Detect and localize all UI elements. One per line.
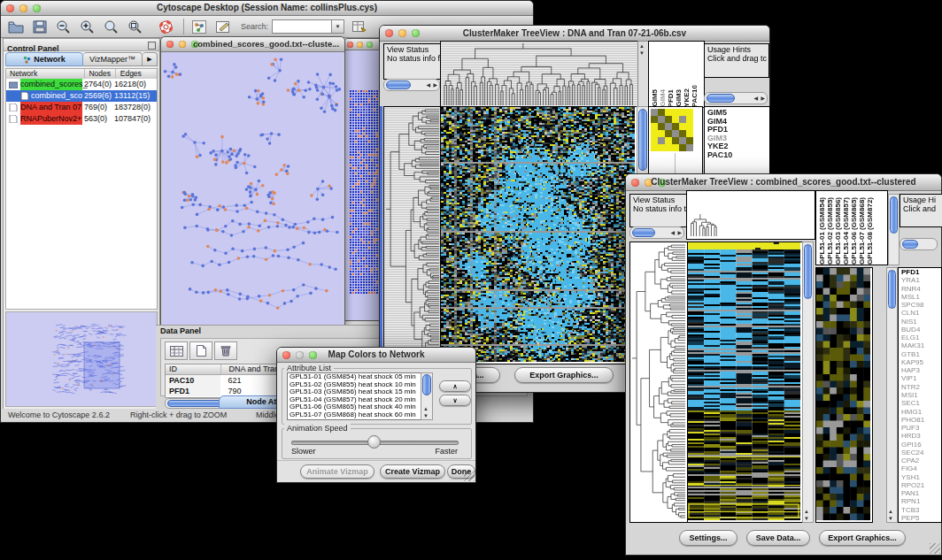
network-view-canvas-area[interactable]	[162, 52, 344, 325]
zoom-fit-icon[interactable]	[127, 19, 144, 35]
gene-label: TCB3	[901, 506, 941, 514]
tv2-heatmap[interactable]	[687, 242, 803, 523]
tv2-status-hscrollbar[interactable]: ◀▶	[629, 226, 684, 239]
tab-vizmapper[interactable]: VizMapper™	[83, 52, 143, 66]
tab-overflow-arrow[interactable]: ▶	[143, 52, 158, 66]
minimize-icon[interactable]	[357, 42, 363, 48]
tv2-heatmap-vscrollbar[interactable]: ▲▼	[802, 242, 814, 523]
gene-label: NIS1	[901, 318, 941, 326]
tv1-heatmap[interactable]	[440, 106, 637, 364]
tv2-col-label: GPL51-03 (GSM856)	[834, 197, 842, 265]
search-dropdown-icon[interactable]: ▼	[332, 19, 344, 34]
network-nodes-icon[interactable]	[190, 19, 208, 35]
gene-label: MON2	[901, 522, 941, 523]
tv2-column-dendrogram[interactable]	[686, 190, 815, 240]
tv1-hints-hscrollbar[interactable]: ◀▶	[704, 92, 768, 104]
gene-label: RPO21	[901, 481, 941, 489]
animate-vizmap-button[interactable]: Animate Vizmap	[300, 464, 374, 479]
grid-network-canvas[interactable]	[350, 90, 380, 294]
network-view-window-1: combined_scores_good.txt--cluste...	[160, 36, 345, 326]
tv1-view-status: View StatusNo status info f	[383, 43, 444, 80]
tv2-col-label: GPL51-08 (GSM872)	[866, 197, 874, 265]
help-ring-icon[interactable]	[157, 19, 174, 35]
tv1-col-label: PAC10	[691, 85, 699, 107]
tv1-row-dendrogram[interactable]	[383, 106, 442, 364]
tv2-export-graphics-button[interactable]: Export Graphics...	[819, 530, 906, 546]
attribute-list-label: Attribute List	[284, 364, 334, 372]
new-attribute-icon[interactable]	[189, 341, 212, 360]
close-icon[interactable]	[347, 42, 353, 48]
table-mode-icon[interactable]	[165, 341, 188, 360]
treeview2-window: ClusterMaker TreeView : combined_scores_…	[625, 173, 942, 556]
col-header-id[interactable]: ID	[166, 364, 221, 374]
tv1-col-label: PFD1	[667, 89, 675, 107]
network-window-title: combined_scores_good.txt--cluste...	[188, 39, 344, 49]
tv1-zoom-matrix[interactable]	[651, 109, 693, 151]
slower-label: Slower	[291, 447, 316, 456]
tv2-zoom-heatmap[interactable]	[815, 267, 873, 523]
tv2-col-label: GPL51-07 (GSM868)	[858, 197, 866, 265]
tv2-col-label: GPL51-04 (GSM857)	[842, 197, 850, 265]
gene-label: GTB1	[901, 350, 941, 358]
gene-label: PUF3	[901, 424, 941, 432]
file-icon	[9, 104, 18, 111]
search-label: Search:	[241, 22, 268, 31]
gene-label: HAP3	[901, 366, 941, 374]
tv2-labels-vscrollbar[interactable]	[888, 194, 900, 265]
overview-canvas[interactable]	[6, 312, 157, 404]
zoom-selected-icon[interactable]	[103, 19, 120, 35]
tv2-usage-hints: Usage HiClick and	[900, 194, 942, 227]
move-up-button[interactable]: ∧	[439, 380, 471, 392]
resize-grip[interactable]	[930, 543, 940, 554]
network-row-selected[interactable]: combined_sco 2569(6) 13112(15)	[6, 90, 157, 102]
attribute-list[interactable]: GPL51-01 (GSM854) heat shock 05 minGPL51…	[287, 372, 433, 420]
network-row-combined-scores[interactable]: combined_scores_ 2764(0) 16218(0)	[6, 79, 157, 90]
main-titlebar[interactable]: Cytoscape Desktop (Session Name: collins…	[1, 1, 533, 16]
treeview1-title: ClusterMaker TreeView : DNA and Tran 07-…	[380, 28, 769, 38]
save-icon[interactable]	[31, 19, 49, 35]
gene-label: SEC1	[901, 399, 941, 407]
file-icon	[20, 92, 29, 100]
tv2-hints-hscrollbar[interactable]	[900, 238, 938, 250]
tv2-zoom-vscrollbar[interactable]: ▲▼	[886, 267, 898, 523]
annotation-icon[interactable]	[214, 19, 232, 35]
tv2-settings-button[interactable]: Settings...	[679, 530, 737, 546]
gene-label: CLN1	[901, 309, 941, 317]
tv1-export-graphics-button[interactable]: Export Graphics...	[514, 367, 614, 383]
zoom-in-icon[interactable]	[79, 19, 97, 35]
gene-label: NTR2	[901, 383, 941, 391]
delete-attribute-trash-icon[interactable]	[214, 341, 237, 360]
minimize-icon[interactable]	[179, 41, 186, 48]
gene-label: RPN1	[901, 497, 941, 505]
network-tab-icon	[23, 56, 31, 64]
tv2-gene-labels: PFD1YRA1RNR4MSL1SPC98CLN1NIS1BUD4ELG1MAK…	[898, 267, 942, 523]
tv1-status-hscrollbar[interactable]: ◀▶	[383, 79, 440, 91]
move-down-button[interactable]: ∨	[439, 395, 471, 406]
resize-grip[interactable]	[464, 471, 475, 481]
gene-label: YRA1	[901, 276, 941, 284]
attribute-item[interactable]: GPL51-07 (GSM868) heat shock 60 min	[288, 411, 432, 419]
network-row-rnapuber[interactable]: RNAPuberNov2+ 563(0) 107847(0)	[6, 113, 157, 125]
tv2-row-dendrogram[interactable]	[629, 242, 688, 523]
tv2-save-data-button[interactable]: Save Data...	[746, 530, 810, 546]
zoom-out-icon[interactable]	[55, 19, 73, 35]
network-canvas[interactable]	[162, 52, 344, 324]
network-overview-panel[interactable]	[5, 311, 158, 407]
attribute-browser-icon[interactable]	[351, 19, 368, 35]
gene-label: PAN1	[901, 489, 941, 497]
tv1-column-dendrogram[interactable]	[440, 41, 638, 108]
close-icon[interactable]	[166, 41, 174, 48]
network-canvas-2[interactable]	[345, 50, 382, 320]
create-vizmap-button[interactable]: Create Vizmap	[380, 464, 445, 479]
speed-slider-thumb[interactable]	[367, 435, 381, 449]
tab-network[interactable]: Network	[5, 52, 83, 66]
search-input[interactable]	[272, 19, 332, 34]
open-folder-icon[interactable]	[7, 19, 25, 35]
gene-label: YSH1	[901, 473, 941, 481]
network-row-dna-tran[interactable]: DNA and Tran 07 769(0) 183728(0)	[6, 102, 157, 113]
zoom-window-icon[interactable]	[367, 42, 373, 48]
tv1-col-label: YKE2	[683, 88, 691, 107]
attribute-list-vscrollbar[interactable]: ▲▼	[421, 372, 433, 420]
tv1-col-label: GIM5	[651, 89, 659, 107]
float-panel-icon[interactable]	[148, 42, 156, 50]
